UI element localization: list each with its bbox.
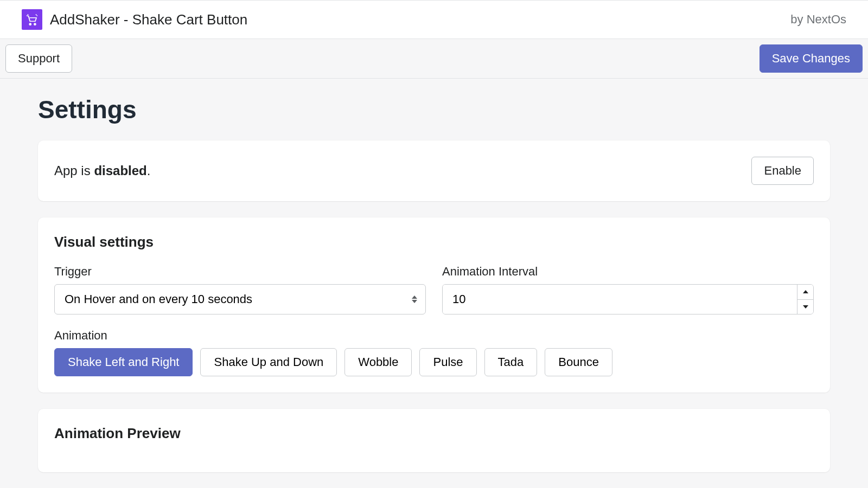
preview-card: Animation Preview xyxy=(38,409,830,472)
vendor-byline: by NextOs xyxy=(790,12,846,27)
trigger-label: Trigger xyxy=(54,265,426,279)
visual-row-1: Trigger Animation Interval xyxy=(54,265,814,314)
animation-option-5[interactable]: Bounce xyxy=(545,348,612,376)
animation-option-1[interactable]: Shake Up and Down xyxy=(200,348,337,376)
animation-button-group: Shake Left and RightShake Up and DownWob… xyxy=(54,348,814,376)
interval-step-down[interactable] xyxy=(797,300,813,314)
animation-option-4[interactable]: Tada xyxy=(484,348,538,376)
status-suffix: . xyxy=(147,163,151,178)
visual-section-title: Visual settings xyxy=(54,234,814,251)
interval-spinner xyxy=(797,285,813,314)
animation-label: Animation xyxy=(54,329,814,343)
status-text: App is disabled. xyxy=(54,163,150,178)
interval-step-up[interactable] xyxy=(797,285,813,300)
svg-point-0 xyxy=(29,23,31,25)
trigger-select-wrap xyxy=(54,284,426,314)
preview-section-title: Animation Preview xyxy=(54,425,814,442)
animation-option-3[interactable]: Pulse xyxy=(419,348,476,376)
status-card: App is disabled. Enable xyxy=(38,140,830,201)
support-button[interactable]: Support xyxy=(5,44,72,73)
interval-field: Animation Interval xyxy=(442,265,814,314)
interval-input[interactable] xyxy=(443,285,797,314)
status-row: App is disabled. Enable xyxy=(54,157,814,185)
app-logo-icon xyxy=(22,9,42,30)
enable-button[interactable]: Enable xyxy=(751,157,814,185)
animation-option-2[interactable]: Wobble xyxy=(344,348,412,376)
status-prefix: App is xyxy=(54,163,94,178)
interval-input-wrap xyxy=(442,284,814,314)
animation-option-0[interactable]: Shake Left and Right xyxy=(54,348,193,376)
trigger-select[interactable] xyxy=(54,284,426,314)
main-content: Settings App is disabled. Enable Visual … xyxy=(0,79,868,488)
save-changes-button[interactable]: Save Changes xyxy=(760,44,863,73)
svg-point-1 xyxy=(34,23,36,25)
app-title: AddShaker - Shake Cart Button xyxy=(50,11,247,28)
visual-settings-card: Visual settings Trigger Animation Interv… xyxy=(38,217,830,393)
interval-label: Animation Interval xyxy=(442,265,814,279)
action-bar: Support Save Changes xyxy=(0,39,868,79)
status-state: disabled xyxy=(94,163,146,178)
app-header: AddShaker - Shake Cart Button by NextOs xyxy=(0,0,868,39)
header-left: AddShaker - Shake Cart Button xyxy=(22,9,247,30)
trigger-field: Trigger xyxy=(54,265,426,314)
page-title: Settings xyxy=(38,95,830,124)
